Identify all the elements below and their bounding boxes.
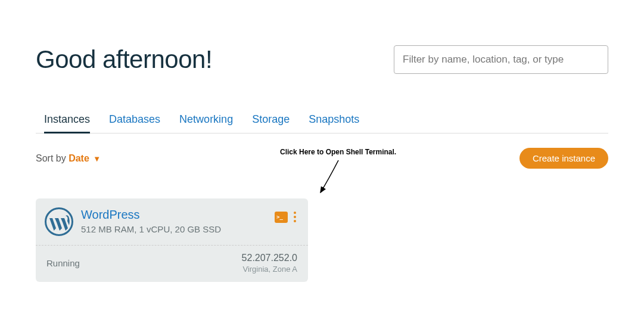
tab-snapshots[interactable]: Snapshots xyxy=(309,108,359,133)
instance-specs: 512 MB RAM, 1 vCPU, 20 GB SSD xyxy=(81,224,275,234)
filter-input[interactable] xyxy=(394,45,608,74)
instance-ip: 52.207.252.0 xyxy=(242,253,297,263)
page-greeting: Good afternoon! xyxy=(36,45,212,74)
sort-by-control[interactable]: Sort by Date ▼ xyxy=(36,153,101,164)
wordpress-logo-icon xyxy=(44,207,74,237)
tab-networking[interactable]: Networking xyxy=(179,108,233,133)
instance-region: Virginia, Zone A xyxy=(242,265,297,274)
chevron-down-icon: ▼ xyxy=(93,154,101,163)
tab-databases[interactable]: Databases xyxy=(109,108,160,133)
open-terminal-button[interactable]: >_ xyxy=(275,212,288,223)
instance-card[interactable]: WordPress 512 MB RAM, 1 vCPU, 20 GB SSD … xyxy=(36,198,308,282)
tab-instances[interactable]: Instances xyxy=(44,108,90,133)
tabs-bar: Instances Databases Networking Storage S… xyxy=(36,108,608,133)
annotation-text: Click Here to Open Shell Terminal. xyxy=(280,148,396,156)
sort-key: Date xyxy=(69,153,89,163)
create-instance-button[interactable]: Create instance xyxy=(519,148,608,169)
sort-label: Sort by xyxy=(36,153,69,163)
terminal-icon: >_ xyxy=(276,215,283,220)
instance-status: Running xyxy=(46,258,80,268)
tab-storage[interactable]: Storage xyxy=(252,108,290,133)
instance-name[interactable]: WordPress xyxy=(81,208,275,222)
instance-menu-button[interactable] xyxy=(293,210,297,223)
